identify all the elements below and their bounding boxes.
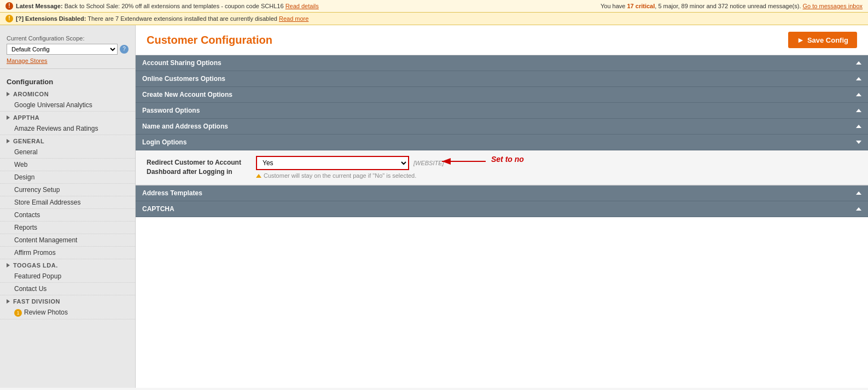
section-address-templates-label: Address Templates — [142, 189, 202, 197]
messages-count-area: You have 17 critical, 5 major, 89 minor … — [601, 3, 863, 9]
sidebar-item-featured-popup[interactable]: Featured Popup — [0, 270, 135, 283]
redirect-hint: Customer will stay on the current page i… — [256, 172, 857, 179]
redirect-select[interactable]: Yes No — [256, 156, 409, 170]
redirect-customer-row: Redirect Customer to AccountDashboard af… — [136, 150, 868, 185]
login-options-body: Redirect Customer to AccountDashboard af… — [136, 150, 868, 185]
section-create-account[interactable]: Create New Account Options — [136, 87, 868, 103]
section-captcha[interactable]: CAPTCHA — [136, 201, 868, 217]
latest-prefix-text: Latest Message: — [16, 3, 63, 9]
section-online-customers-icon — [856, 77, 861, 80]
sidebar-item-contacts[interactable]: Contacts — [0, 209, 135, 222]
main-content: Customer Configuration ► Save Config Acc… — [136, 25, 868, 388]
save-button-label: Save Config — [807, 36, 848, 44]
section-account-sharing[interactable]: Account Sharing Options — [136, 55, 868, 71]
extensions-text: [?] Extensions Disabled: There are 7 Ext… — [16, 15, 308, 22]
sidebar-item-content-management[interactable]: Content Management — [0, 234, 135, 247]
alert-icon: ! — [5, 2, 13, 10]
sidebar-group-aromicon[interactable]: AROMICON — [0, 88, 135, 99]
section-account-sharing-label: Account Sharing Options — [142, 59, 222, 67]
section-online-customers[interactable]: Online Customers Options — [136, 71, 868, 87]
toogas-label: TOOGAS LDA. — [13, 262, 58, 269]
sidebar-item-general[interactable]: General — [0, 146, 135, 159]
sidebar-item-web[interactable]: Web — [0, 159, 135, 171]
section-address-templates-icon — [856, 191, 861, 195]
section-address-templates[interactable]: Address Templates — [136, 185, 868, 201]
annotation-arrow-svg — [431, 153, 497, 175]
minor-count: 89 minor — [681, 3, 705, 9]
scope-label: Current Configuration Scope: — [7, 35, 129, 42]
fast-division-label: FAST DIVISION — [13, 298, 60, 305]
scope-info-icon[interactable]: ? — [120, 45, 129, 54]
section-captcha-label: CAPTCHA — [142, 205, 174, 213]
sidebar-group-apptha[interactable]: APPTHA — [0, 112, 135, 123]
main-layout: Current Configuration Scope: Default Con… — [0, 25, 868, 388]
hint-triangle-icon — [256, 174, 261, 178]
notice-count: 372 notice — [718, 3, 746, 9]
apptha-label: APPTHA — [13, 114, 39, 121]
sections-wrapper: Account Sharing Options Online Customers… — [136, 55, 868, 217]
aromicon-label: AROMICON — [13, 91, 49, 97]
sidebar: Current Configuration Scope: Default Con… — [0, 25, 136, 388]
content-header: Customer Configuration ► Save Config — [136, 25, 868, 55]
fast-division-arrow-icon — [7, 299, 10, 304]
go-to-messages-link[interactable]: Go to messages inbox — [803, 3, 863, 9]
set-to-no-annotation: Set to no — [491, 155, 524, 164]
review-photos-icon: 1 — [14, 309, 22, 317]
manage-stores-link[interactable]: Manage Stores — [7, 57, 129, 64]
extensions-disabled-banner: ! [?] Extensions Disabled: There are 7 E… — [0, 13, 868, 25]
latest-prefix: Latest Message: Back to School Sale: 20%… — [16, 3, 319, 9]
section-password-options-icon — [856, 109, 861, 112]
page-title: Customer Configuration — [147, 34, 272, 46]
sidebar-item-store-email[interactable]: Store Email Addresses — [0, 196, 135, 209]
save-config-button[interactable]: ► Save Config — [788, 32, 857, 48]
general-label: GENERAL — [13, 138, 44, 144]
section-create-account-icon — [856, 93, 861, 96]
read-details-link[interactable]: Read details — [286, 3, 319, 9]
latest-message-banner: ! Latest Message: Back to School Sale: 2… — [0, 0, 868, 13]
sidebar-item-reports[interactable]: Reports — [0, 222, 135, 234]
section-login-options[interactable]: Login Options — [136, 135, 868, 150]
section-online-customers-label: Online Customers Options — [142, 75, 225, 83]
section-name-address[interactable]: Name and Address Options — [136, 119, 868, 135]
section-login-options-label: Login Options — [142, 138, 187, 146]
sidebar-group-toogas[interactable]: TOOGAS LDA. — [0, 259, 135, 270]
hint-text: Customer will stay on the current page i… — [264, 172, 416, 179]
select-wrapper: Yes No [WEBSITE] — [256, 156, 857, 170]
sidebar-item-affirm-promos[interactable]: Affirm Promos — [0, 247, 135, 259]
section-login-options-icon — [856, 141, 861, 144]
scope-select[interactable]: Default Config — [7, 44, 118, 55]
apptha-arrow-icon — [7, 115, 10, 120]
scope-row: Default Config ? — [7, 44, 129, 55]
scope-selector: Current Configuration Scope: Default Con… — [0, 31, 135, 69]
section-password-options[interactable]: Password Options — [136, 103, 868, 119]
sidebar-item-google-analytics[interactable]: Google Universal Analytics — [0, 99, 135, 112]
section-password-options-label: Password Options — [142, 107, 200, 114]
sidebar-group-general[interactable]: GENERAL — [0, 135, 135, 146]
general-arrow-icon — [7, 139, 10, 143]
section-account-sharing-icon — [856, 61, 861, 65]
toogas-arrow-icon — [7, 263, 10, 267]
extensions-alert-icon: ! — [5, 15, 13, 22]
redirect-customer-control: Yes No [WEBSITE] — [256, 156, 857, 179]
sidebar-group-fast-division[interactable]: FAST DIVISION — [0, 295, 135, 306]
sidebar-item-amaze-reviews[interactable]: Amaze Reviews and Ratings — [0, 123, 135, 135]
section-captcha-icon — [856, 207, 861, 211]
sidebar-item-contact-us[interactable]: Contact Us — [0, 283, 135, 295]
sidebar-item-design[interactable]: Design — [0, 171, 135, 184]
sidebar-heading: Configuration — [0, 73, 135, 88]
sidebar-item-review-photos[interactable]: 1Review Photos — [0, 306, 135, 319]
sidebar-item-currency-setup[interactable]: Currency Setup — [0, 184, 135, 196]
section-name-address-icon — [856, 125, 861, 128]
read-more-link[interactable]: Read more — [279, 15, 308, 22]
section-name-address-label: Name and Address Options — [142, 123, 228, 130]
major-count: 5 major — [658, 3, 678, 9]
aromicon-arrow-icon — [7, 92, 10, 96]
section-create-account-label: Create New Account Options — [142, 91, 232, 98]
critical-count: 17 critical — [627, 3, 655, 9]
latest-body-text: Back to School Sale: 20% off all extensi… — [63, 3, 286, 9]
save-icon: ► — [797, 36, 805, 44]
redirect-customer-label: Redirect Customer to AccountDashboard af… — [147, 156, 256, 177]
